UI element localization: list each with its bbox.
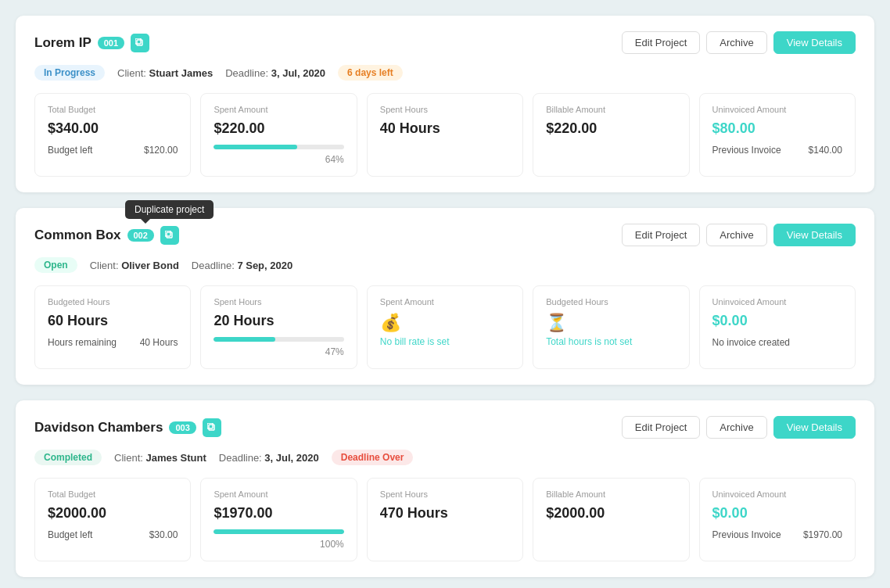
- stat-card: Total Budget $340.00 Budget left $120.00: [34, 93, 191, 177]
- stat-value: $340.00: [48, 120, 178, 137]
- stat-card: Spent Hours 470 Hours: [367, 478, 523, 561]
- stat-card-icon: Spent Amount 💰 No bill rate is set: [367, 285, 523, 369]
- stat-footer-left: Previous Invoice: [712, 529, 781, 540]
- stat-label: Spent Amount: [214, 489, 343, 499]
- stat-footer-right: $30.00: [149, 529, 178, 540]
- stat-footer: Previous Invoice $140.00: [712, 145, 842, 156]
- project-title: Lorem IP: [34, 35, 92, 51]
- duplicate-button[interactable]: [203, 418, 221, 437]
- stat-card: Spent Hours 40 Hours: [367, 93, 523, 177]
- archive-button[interactable]: Archive: [706, 31, 766, 54]
- deadline-meta: Deadline: 3, Jul, 2020: [225, 67, 325, 79]
- progress-fill: [214, 145, 297, 149]
- progress-bar: [214, 337, 343, 342]
- client-meta: Client: Stuart James: [117, 67, 213, 79]
- edit-project-button[interactable]: Edit Project: [622, 31, 700, 54]
- stat-card: Uninvoiced Amount $0.00 Previous Invoice…: [699, 478, 856, 561]
- card-actions: Edit Project Archive View Details: [622, 31, 856, 54]
- stat-label: Total Budget: [48, 489, 178, 499]
- svg-rect-4: [209, 425, 214, 430]
- progress-label: 64%: [214, 154, 343, 165]
- deadline-date: 3, Jul, 2020: [271, 67, 325, 79]
- stat-label: Spent Amount: [214, 105, 343, 114]
- stat-label: Spent Hours: [380, 105, 510, 114]
- stat-footer: Previous Invoice $1970.00: [712, 529, 842, 540]
- card-header: Common Box 002 Edit Project Archive View…: [34, 224, 856, 246]
- stat-icon: 💰: [380, 313, 510, 333]
- stat-value: $0.00: [712, 313, 842, 329]
- stat-no-data: No bill rate is set: [380, 336, 510, 347]
- status-badge: Open: [34, 257, 77, 273]
- view-details-button[interactable]: View Details: [773, 31, 856, 54]
- project-card-1: Lorem IP 001 Edit Project Archive View D…: [16, 16, 874, 192]
- stat-label: Uninvoiced Amount: [712, 489, 842, 499]
- stat-value: $1970.00: [214, 505, 343, 522]
- stat-footer-right: $140.00: [809, 145, 842, 156]
- card-header-left: Davidson Chambers 003: [34, 418, 221, 437]
- client-meta: Client: James Stunt: [114, 452, 206, 464]
- progress-label: 100%: [214, 539, 343, 550]
- stats-grid: Total Budget $340.00 Budget left $120.00…: [34, 93, 856, 177]
- stat-icon: ⏳: [546, 313, 676, 333]
- stats-grid: Total Budget $2000.00 Budget left $30.00…: [34, 478, 856, 561]
- project-badge: 003: [169, 421, 196, 434]
- view-details-button[interactable]: View Details: [773, 224, 856, 246]
- stat-label: Uninvoiced Amount: [712, 105, 842, 114]
- stat-value: 20 Hours: [214, 313, 343, 329]
- deadline-meta: Deadline: 7 Sep, 2020: [192, 260, 292, 271]
- project-title: Common Box: [34, 228, 121, 243]
- svg-rect-3: [165, 231, 170, 236]
- progress-bar: [214, 529, 343, 534]
- stat-footer: Hours remaining 40 Hours: [48, 337, 178, 348]
- duplicate-button[interactable]: [160, 226, 179, 245]
- project-badge: 001: [98, 37, 124, 49]
- stat-value: 470 Hours: [380, 505, 510, 522]
- view-details-button[interactable]: View Details: [773, 416, 856, 439]
- stat-label: Budgeted Hours: [48, 297, 178, 307]
- client-meta: Client: Oliver Bond: [90, 260, 179, 271]
- stat-footer-left: No invoice created: [712, 337, 790, 348]
- edit-project-button[interactable]: Edit Project: [622, 224, 700, 246]
- edit-project-button[interactable]: Edit Project: [622, 416, 700, 439]
- stat-label: Uninvoiced Amount: [712, 297, 842, 307]
- progress-bar: [214, 145, 343, 149]
- stat-label: Total Budget: [48, 105, 178, 114]
- stat-footer-right: $1970.00: [803, 529, 842, 540]
- card-header-left: Lorem IP 001: [34, 34, 149, 52]
- card-actions: Edit Project Archive View Details: [622, 224, 856, 246]
- stat-value: $2000.00: [48, 505, 178, 522]
- status-badge: Completed: [34, 450, 102, 465]
- deadline-date: 7 Sep, 2020: [237, 260, 292, 271]
- deadline-badge: 6 days left: [338, 65, 403, 81]
- stat-card-progress: Spent Hours 20 Hours 47%: [200, 285, 357, 369]
- client-name: Oliver Bond: [121, 260, 179, 271]
- stat-footer-left: Hours remaining: [48, 337, 117, 348]
- stat-footer-left: Previous Invoice: [712, 145, 781, 156]
- stat-label: Spent Hours: [214, 297, 343, 307]
- stat-no-data: Total hours is not set: [546, 336, 676, 347]
- stat-footer: Budget left $120.00: [48, 145, 178, 156]
- deadline-date: 3, Jul, 2020: [264, 452, 318, 464]
- svg-rect-2: [167, 232, 172, 238]
- stat-footer-right: $120.00: [144, 145, 178, 156]
- project-card-3: Davidson Chambers 003 Edit Project Archi…: [16, 400, 874, 577]
- stat-value: $2000.00: [546, 505, 676, 522]
- stat-label: Spent Amount: [380, 297, 510, 307]
- stat-card-progress: Spent Amount $220.00 64%: [200, 93, 357, 177]
- stat-footer: No invoice created: [712, 337, 842, 348]
- archive-button[interactable]: Archive: [706, 416, 766, 439]
- stat-value: $80.00: [712, 120, 842, 137]
- stat-card: Budgeted Hours 60 Hours Hours remaining …: [34, 285, 191, 369]
- duplicate-button[interactable]: [131, 34, 149, 52]
- svg-rect-1: [135, 38, 141, 44]
- card-header-left: Common Box 002: [34, 226, 179, 245]
- progress-fill: [214, 529, 343, 534]
- client-name: James Stunt: [145, 452, 206, 464]
- svg-rect-5: [207, 423, 213, 428]
- stat-card: Total Budget $2000.00 Budget left $30.00: [34, 478, 191, 561]
- card-meta: In Progress Client: Stuart James Deadlin…: [34, 65, 856, 81]
- stat-footer-left: Budget left: [48, 529, 92, 540]
- archive-button[interactable]: Archive: [706, 224, 766, 246]
- tooltip: Duplicate project: [125, 200, 214, 219]
- project-badge: 002: [127, 229, 154, 242]
